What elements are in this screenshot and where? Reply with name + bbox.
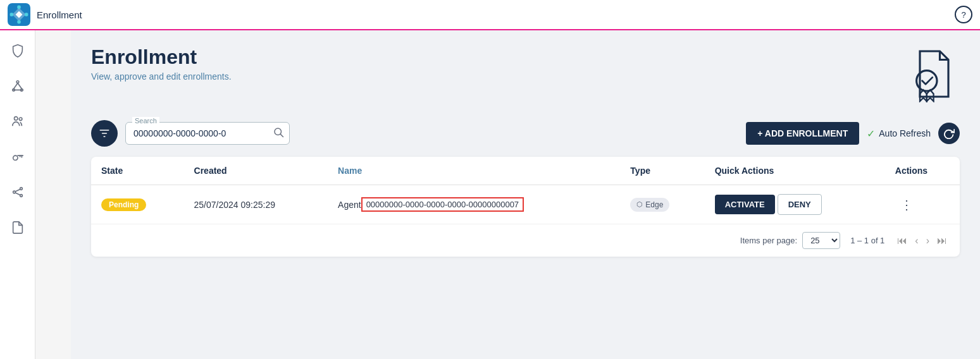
- add-enrollment-button[interactable]: + ADD ENROLLMENT: [746, 122, 859, 145]
- prev-page-button[interactable]: ‹: [912, 234, 921, 248]
- col-header-created: Created: [184, 157, 328, 185]
- help-button[interactable]: ?: [955, 6, 972, 23]
- svg-point-11: [14, 117, 18, 121]
- refresh-icon: [943, 128, 955, 139]
- toolbar-left: Search: [91, 120, 290, 147]
- agent-prefix: Agent: [338, 200, 361, 210]
- toolbar: Search + ADD ENROLLMENT ✓ Auto Refresh: [91, 120, 960, 147]
- pagination: Items per page: 10 25 50 100 1 – 1 of 1 …: [91, 224, 960, 257]
- search-label: Search: [132, 117, 159, 125]
- col-header-actions: Actions: [885, 157, 960, 185]
- cell-name: Agent 00000000-0000-0000-0000-0000000000…: [328, 185, 620, 224]
- svg-rect-2: [17, 20, 20, 23]
- svg-point-13: [13, 155, 17, 160]
- edge-icon: ⬡: [636, 200, 643, 209]
- col-header-type: Type: [620, 157, 704, 185]
- svg-rect-4: [25, 13, 28, 16]
- app-logo-icon: [8, 3, 30, 26]
- created-date: 25/07/2024 09:25:29: [194, 200, 275, 210]
- next-page-button[interactable]: ›: [924, 234, 932, 248]
- svg-line-27: [280, 134, 283, 137]
- svg-point-12: [19, 118, 22, 121]
- refresh-button[interactable]: [938, 123, 960, 144]
- cell-actions: ⋮: [885, 185, 960, 224]
- search-wrapper: Search: [125, 122, 290, 145]
- table-row: Pending 25/07/2024 09:25:29 Agent 000000…: [91, 185, 960, 224]
- table-header-row: State Created Name Type Quick Actions Ac…: [91, 157, 960, 185]
- type-badge: ⬡ Edge: [630, 198, 669, 212]
- svg-rect-3: [10, 13, 13, 16]
- sidebar: [0, 30, 35, 359]
- filter-button[interactable]: [91, 120, 118, 147]
- type-label: Edge: [645, 200, 663, 209]
- sidebar-item-integrations[interactable]: [8, 182, 28, 202]
- search-input[interactable]: [133, 128, 265, 138]
- auto-refresh-label: ✓ Auto Refresh: [867, 128, 931, 140]
- sidebar-item-users[interactable]: [8, 111, 28, 131]
- col-header-name: Name: [328, 157, 620, 185]
- cell-created: 25/07/2024 09:25:29: [184, 185, 328, 224]
- svg-line-21: [15, 193, 20, 195]
- top-bar: Enrollment ?: [0, 0, 980, 30]
- top-bar-right: ?: [955, 6, 972, 23]
- page-header-left: Enrollment View, approve and edit enroll…: [91, 46, 232, 82]
- svg-line-9: [18, 83, 22, 88]
- first-page-button[interactable]: ⏮: [895, 234, 910, 248]
- page-size-wrapper: Items per page: 10 25 50 100: [740, 232, 840, 249]
- status-badge: Pending: [101, 198, 146, 211]
- col-header-state: State: [91, 157, 184, 185]
- enrollment-table-container: State Created Name Type Quick Actions Ac…: [91, 157, 960, 257]
- sidebar-item-nodes[interactable]: [8, 76, 28, 96]
- enrollment-header-icon: [903, 46, 960, 102]
- cell-quick-actions: ACTIVATE DENY: [705, 185, 885, 224]
- main-content: Enrollment View, approve and edit enroll…: [71, 30, 980, 359]
- toolbar-right: + ADD ENROLLMENT ✓ Auto Refresh: [746, 122, 960, 145]
- top-bar-left: Enrollment: [8, 3, 82, 26]
- filter-icon: [98, 127, 111, 140]
- items-per-page-label: Items per page:: [740, 236, 797, 245]
- svg-line-8: [13, 83, 17, 88]
- last-page-button[interactable]: ⏭: [934, 234, 950, 248]
- agent-id-box: 00000000-0000-0000-0000-00000000007: [361, 197, 524, 212]
- col-header-quick-actions: Quick Actions: [705, 157, 885, 185]
- auto-refresh-text: Auto Refresh: [879, 128, 931, 138]
- activate-button[interactable]: ACTIVATE: [715, 195, 775, 214]
- deny-button[interactable]: DENY: [778, 194, 822, 215]
- check-icon: ✓: [867, 128, 875, 140]
- page-range: 1 – 1 of 1: [850, 236, 884, 245]
- sidebar-item-certificates[interactable]: [8, 217, 28, 238]
- page-subtitle: View, approve and edit enrollments.: [91, 71, 232, 82]
- cell-state: Pending: [91, 185, 184, 224]
- page-navigation: ⏮ ‹ › ⏭: [895, 234, 950, 248]
- cell-type: ⬡ Edge: [620, 185, 704, 224]
- page-size-select[interactable]: 10 25 50 100: [802, 232, 840, 249]
- sidebar-item-shield[interactable]: [8, 40, 28, 61]
- page-title: Enrollment: [91, 46, 232, 69]
- search-icon-button[interactable]: [273, 126, 284, 140]
- more-actions-button[interactable]: ⋮: [895, 195, 918, 215]
- svg-rect-1: [17, 6, 20, 9]
- search-icon: [273, 126, 284, 138]
- agent-name-cell: Agent 00000000-0000-0000-0000-0000000000…: [338, 197, 610, 212]
- svg-line-20: [15, 189, 20, 192]
- page-header: Enrollment View, approve and edit enroll…: [91, 46, 960, 102]
- sidebar-item-key[interactable]: [8, 147, 28, 167]
- enrollment-document-icon: [903, 46, 960, 102]
- enrollment-table: State Created Name Type Quick Actions Ac…: [91, 157, 960, 224]
- app-title: Enrollment: [37, 9, 82, 20]
